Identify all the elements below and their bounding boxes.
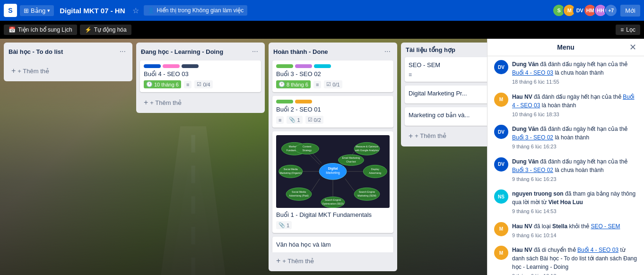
label-orange — [295, 100, 312, 103]
list-title-doing: Đang học - Learning - Doing — [141, 48, 250, 55]
activity-body-5: nguyen truong son đã tham gia bảng này t… — [512, 189, 637, 215]
list-more-button-doing[interactable]: ··· — [250, 46, 260, 57]
checklist-badge-buoi2: ☑ 0/2 — [305, 116, 323, 124]
automation-button[interactable]: ⚡ Tự động hóa — [80, 25, 131, 35]
new-button[interactable]: Mới — [620, 5, 640, 17]
filter-button[interactable]: ≡ Lọc — [616, 25, 640, 35]
due-badge-buoi4: 🕐 10 tháng 6 — [144, 80, 181, 88]
label-green — [276, 64, 293, 68]
panel-close-button[interactable]: ✕ — [627, 41, 639, 53]
list-todo: Bài học - To do list ··· + + Thêm thẻ — [4, 43, 132, 81]
activity-body-1: Dung Văn đã đánh dấu ngày hết hạn của th… — [512, 60, 637, 86]
card-buoi3[interactable]: Buổi 3 - SEO 02 🕐 8 tháng 6 ≡ ☑ 0/1 ✏ — [272, 60, 393, 92]
card-buoi2[interactable]: Buổi 2 - SEO 01 ≡ 📎 1 ☑ 0/2 ✏ — [272, 96, 393, 128]
activity-time-5: 9 tháng 6 lúc 14:53 — [512, 207, 637, 215]
checklist-icon: ☑ — [197, 81, 201, 87]
card-mktcoban[interactable]: Marketing cơ bản và... — [405, 107, 487, 125]
svg-line-31 — [312, 179, 320, 191]
card-buoi1[interactable]: Digital Marketing Marketing Fundamentals… — [272, 131, 393, 233]
activity-link-6[interactable]: SEO - SEM — [591, 223, 620, 230]
activity-author-5: nguyen truong son — [512, 190, 564, 197]
board-type-button[interactable]: ⊞ Bảng ▾ — [20, 5, 54, 16]
list-title-todo: Bài học - To do list — [9, 48, 118, 55]
card-badges-buoi1: 📎 1 — [276, 221, 390, 229]
checklist-icon: ☑ — [326, 81, 331, 87]
card-badges-buoi4: 🕐 10 tháng 6 ≡ ☑ 0/4 — [144, 80, 257, 88]
checklist-badge-buoi3: ☑ 0/1 — [324, 80, 342, 88]
activity-time-2: 10 tháng 6 lúc 18:33 — [512, 111, 637, 119]
svg-text:Email Marketing: Email Marketing — [342, 156, 360, 159]
svg-text:Content: Content — [303, 145, 312, 148]
list-tailieu: Tài liệu tổng hợp SEO - SEM ≡ Digital Ma… — [401, 43, 487, 146]
add-card-button-doing[interactable]: + + Thêm thẻ — [140, 96, 261, 109]
activity-inviter-5: Viet Hoa Luu — [548, 199, 583, 206]
activity-time-3: 9 tháng 6 lúc 16:23 — [512, 143, 637, 151]
activity-item-3: DV Dung Văn đã đánh dấu ngày hết hạn của… — [494, 125, 637, 151]
activity-author-1: Dung Văn — [512, 61, 539, 68]
label-pink — [163, 64, 180, 68]
svg-text:Marketing: Marketing — [326, 171, 340, 175]
activity-link-7[interactable]: Buổi 4 - SEO 03 — [577, 247, 618, 253]
card-icon-seosem: ≡ — [409, 71, 487, 78]
label-teal — [314, 64, 331, 68]
attachment-badge-buoi1: 📎 1 — [276, 221, 292, 229]
label-purple — [295, 64, 312, 68]
board-area: Bài học - To do list ··· + + Thêm thẻ Đa… — [0, 39, 644, 275]
svg-text:Measure & Optimize: Measure & Optimize — [356, 145, 378, 148]
svg-text:Optimization (SEO): Optimization (SEO) — [322, 202, 344, 205]
svg-text:Search Engine: Search Engine — [325, 199, 341, 202]
svg-text:Social Media: Social Media — [284, 168, 298, 171]
avatar-more[interactable]: +7 — [604, 4, 618, 17]
card-digimkt[interactable]: Digital Marketing Pr... — [405, 86, 487, 103]
list-header-done: Hoàn thành - Done ··· — [269, 43, 397, 59]
svg-text:Chat-bot: Chat-bot — [346, 160, 356, 163]
list-cards-doing: Buổi 4 - SEO 03 🕐 10 tháng 6 ≡ ☑ 0/4 ✏ — [136, 59, 265, 94]
add-card-button-done[interactable]: + + Thêm thẻ — [272, 254, 393, 267]
app-logo[interactable]: S — [4, 4, 17, 17]
svg-text:with Google Analytics: with Google Analytics — [355, 149, 379, 152]
svg-text:Strategy: Strategy — [302, 149, 312, 152]
filter-icon: ≡ — [620, 26, 624, 33]
description-badge-buoi4: ≡ — [184, 81, 191, 88]
header: S ⊞ Bảng ▾ Digital MKT 07 - HN ☆ 👤 Hiển … — [0, 0, 644, 21]
list-more-button-done[interactable]: ··· — [383, 46, 392, 57]
activity-time-4: 9 tháng 6 lúc 16:23 — [512, 175, 637, 183]
activity-author-4: Dung Văn — [512, 158, 539, 165]
card-labels-buoi4 — [144, 64, 257, 68]
activity-time-7: 9 tháng 6 lúc 10:13 — [512, 272, 637, 275]
add-card-button-tailieu[interactable]: + + Thêm thẻ — [405, 129, 487, 143]
list-more-button-todo[interactable]: ··· — [118, 46, 128, 57]
activity-avatar-7: M — [494, 246, 508, 260]
workspace-button[interactable]: 👤 Hiển thị trong Không gian làm việc — [144, 5, 247, 16]
list-footer-tailieu: + + Thêm thẻ — [401, 128, 487, 146]
card-title-buoi1: Buổi 1 - Digital MKT Fundamentals — [276, 211, 390, 219]
activity-link-3[interactable]: Buổi 3 - SEO 02 — [512, 134, 553, 141]
card-vanhoahoc[interactable]: Văn hóa học và làm — [272, 237, 393, 252]
list-done: Hoàn thành - Done ··· Buổi 3 - SEO 02 🕐 — [269, 43, 397, 271]
activity-link-1[interactable]: Buổi 4 - SEO 03 — [512, 69, 553, 76]
svg-text:Marketing (SEM): Marketing (SEM) — [357, 194, 376, 197]
activity-avatar-4: DV — [494, 157, 508, 172]
activity-body-2: Hau NV đã đánh dấu ngày hết hạn của thẻ … — [512, 93, 637, 119]
list-header-doing: Đang học - Learning - Doing ··· — [136, 43, 265, 59]
activity-author-2: Hau NV — [512, 94, 532, 100]
checklist-icon2: ☑ — [308, 117, 313, 123]
star-icon[interactable]: ☆ — [131, 4, 141, 17]
activity-avatar-6: M — [494, 222, 508, 236]
svg-text:Marketing (Organic): Marketing (Organic) — [279, 172, 302, 174]
list-cards-tailieu: SEO - SEM ≡ Digital Marketing Pr... Mark… — [401, 55, 487, 128]
card-seosem[interactable]: SEO - SEM ≡ — [405, 57, 487, 82]
calendar-button[interactable]: 📅 Tiện ích bổ sung Lịch — [4, 25, 77, 35]
activity-link-4[interactable]: Buổi 3 - SEO 02 — [512, 167, 553, 173]
grid-icon: ⊞ — [24, 7, 29, 14]
header-right: S M DV HM HH +7 Mới — [552, 4, 640, 17]
avatar-group: S M DV HM HH +7 — [552, 4, 618, 17]
card-buoi4[interactable]: Buổi 4 - SEO 03 🕐 10 tháng 6 ≡ ☑ 0/4 ✏ — [140, 60, 261, 92]
calendar-icon: 📅 — [9, 26, 16, 33]
description-badge-buoi3: ≡ — [313, 81, 321, 88]
add-card-button-todo[interactable]: + + Thêm thẻ — [8, 64, 129, 77]
activity-body-3: Dung Văn đã đánh dấu ngày hết hạn của th… — [512, 125, 637, 151]
plus-icon-doing: + — [144, 99, 148, 106]
panel-header: Menu ✕ — [487, 39, 644, 56]
activity-avatar-1: DV — [494, 60, 508, 74]
